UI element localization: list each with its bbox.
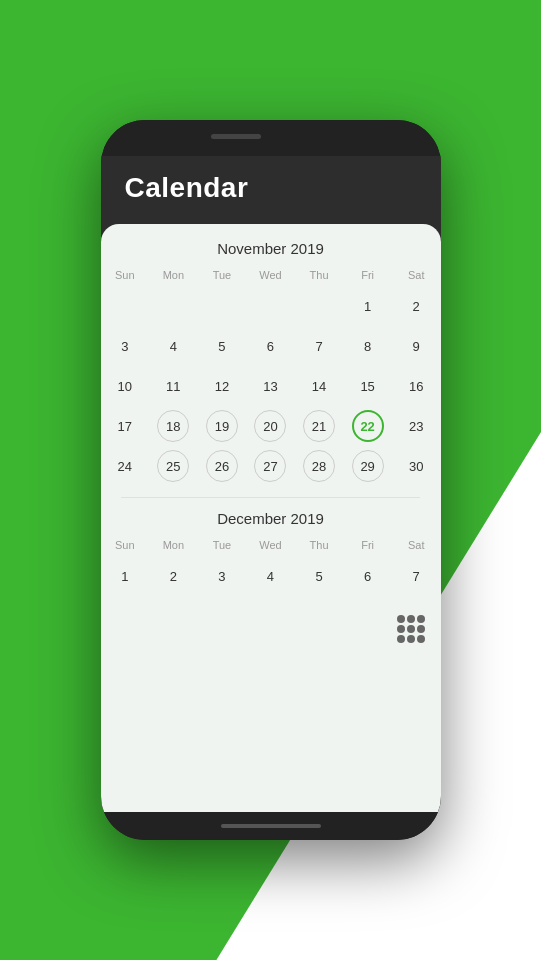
cal-cell-17[interactable]: 17 <box>101 407 150 445</box>
month-divider <box>121 497 420 498</box>
page-title: Calendar <box>125 172 249 203</box>
cal-cell-22[interactable]: 22 <box>343 407 392 445</box>
cal-cell-29[interactable]: 29 <box>343 447 392 485</box>
dec-day-header-wed: Wed <box>246 537 295 553</box>
cal-cell-15[interactable]: 15 <box>343 367 392 405</box>
december-grid: 1 2 3 4 5 6 7 <box>101 557 441 595</box>
notch <box>211 127 331 149</box>
home-bar <box>221 824 321 828</box>
cal-cell-27[interactable]: 27 <box>246 447 295 485</box>
grid-dot <box>407 635 415 643</box>
notch-area <box>101 120 441 156</box>
dec-cal-cell-3[interactable]: 3 <box>198 557 247 595</box>
cal-cell-21[interactable]: 21 <box>295 407 344 445</box>
november-section: November 2019 Sun Mon Tue Wed Thu Fri Sa… <box>101 240 441 485</box>
cal-cell-1[interactable]: 1 <box>343 287 392 325</box>
cal-cell-7[interactable]: 7 <box>295 327 344 365</box>
cal-cell-6[interactable]: 6 <box>246 327 295 365</box>
dec-cal-cell-7[interactable]: 7 <box>392 557 441 595</box>
cal-cell <box>101 287 150 325</box>
november-grid: 1 2 3 4 5 6 7 8 9 10 11 12 13 14 15 <box>101 287 441 485</box>
cal-cell <box>295 287 344 325</box>
december-title: December 2019 <box>101 510 441 527</box>
speaker <box>211 134 261 139</box>
cal-cell-3[interactable]: 3 <box>101 327 150 365</box>
cal-cell-20[interactable]: 20 <box>246 407 295 445</box>
dec-day-header-mon: Mon <box>149 537 198 553</box>
day-header-mon: Mon <box>149 267 198 283</box>
dec-day-header-tue: Tue <box>198 537 247 553</box>
cal-cell-11[interactable]: 11 <box>149 367 198 405</box>
cal-cell-8[interactable]: 8 <box>343 327 392 365</box>
november-title: November 2019 <box>101 240 441 257</box>
grid-dot <box>397 635 405 643</box>
cal-cell-25[interactable]: 25 <box>149 447 198 485</box>
phone-frame: Calendar November 2019 Sun Mon Tue Wed T… <box>101 120 441 840</box>
grid-dot <box>417 615 425 623</box>
cal-cell-10[interactable]: 10 <box>101 367 150 405</box>
cal-cell-14[interactable]: 14 <box>295 367 344 405</box>
grid-dot <box>397 625 405 633</box>
grid-dot <box>417 635 425 643</box>
cal-cell-24[interactable]: 24 <box>101 447 150 485</box>
cal-cell-5[interactable]: 5 <box>198 327 247 365</box>
day-header-tue: Tue <box>198 267 247 283</box>
cal-cell-28[interactable]: 28 <box>295 447 344 485</box>
cal-cell-4[interactable]: 4 <box>149 327 198 365</box>
dec-day-header-thu: Thu <box>295 537 344 553</box>
cal-cell-23[interactable]: 23 <box>392 407 441 445</box>
december-day-headers: Sun Mon Tue Wed Thu Fri Sat <box>101 537 441 553</box>
cal-cell-26[interactable]: 26 <box>198 447 247 485</box>
bottom-bar <box>101 607 441 655</box>
december-section: December 2019 Sun Mon Tue Wed Thu Fri Sa… <box>101 510 441 595</box>
grid-icon[interactable] <box>397 615 425 643</box>
calendar-scroll[interactable]: November 2019 Sun Mon Tue Wed Thu Fri Sa… <box>101 224 441 812</box>
day-header-fri: Fri <box>343 267 392 283</box>
dec-day-header-sun: Sun <box>101 537 150 553</box>
cal-cell <box>198 287 247 325</box>
cal-cell-9[interactable]: 9 <box>392 327 441 365</box>
grid-dot <box>397 615 405 623</box>
dec-cal-cell-6[interactable]: 6 <box>343 557 392 595</box>
dec-cal-cell-2[interactable]: 2 <box>149 557 198 595</box>
home-bar-area <box>101 812 441 840</box>
dec-day-header-sat: Sat <box>392 537 441 553</box>
grid-dot <box>407 615 415 623</box>
dec-day-header-fri: Fri <box>343 537 392 553</box>
app-header: Calendar <box>101 156 441 224</box>
day-header-wed: Wed <box>246 267 295 283</box>
screen: Calendar November 2019 Sun Mon Tue Wed T… <box>101 156 441 812</box>
cal-cell-2[interactable]: 2 <box>392 287 441 325</box>
cal-cell-12[interactable]: 12 <box>198 367 247 405</box>
day-header-sun: Sun <box>101 267 150 283</box>
cal-cell-13[interactable]: 13 <box>246 367 295 405</box>
november-day-headers: Sun Mon Tue Wed Thu Fri Sat <box>101 267 441 283</box>
cal-cell-16[interactable]: 16 <box>392 367 441 405</box>
day-header-thu: Thu <box>295 267 344 283</box>
cal-cell <box>246 287 295 325</box>
dec-cal-cell-1[interactable]: 1 <box>101 557 150 595</box>
grid-dot <box>407 625 415 633</box>
cal-cell-18[interactable]: 18 <box>149 407 198 445</box>
cal-cell-19[interactable]: 19 <box>198 407 247 445</box>
day-header-sat: Sat <box>392 267 441 283</box>
cal-cell <box>149 287 198 325</box>
dec-cal-cell-4[interactable]: 4 <box>246 557 295 595</box>
dec-cal-cell-5[interactable]: 5 <box>295 557 344 595</box>
cal-cell-30[interactable]: 30 <box>392 447 441 485</box>
grid-dot <box>417 625 425 633</box>
